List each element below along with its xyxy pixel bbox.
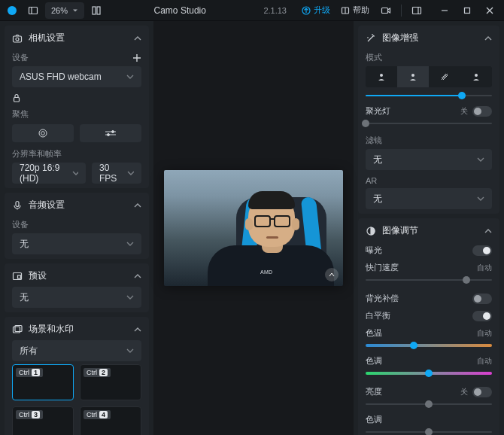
help-button[interactable]: 帮助 <box>336 3 374 17</box>
zoom-dropdown[interactable]: 26% <box>45 2 84 19</box>
resolution-label: 分辨率和帧率 <box>12 148 62 160</box>
mode-beautify[interactable] <box>429 66 460 87</box>
left-sidebar: 相机设置 设备 ASUS FHD webcam 聚焦 分辨率和帧率 720p 1… <box>0 21 153 435</box>
watermark-icon <box>325 268 339 281</box>
svg-point-24 <box>108 134 110 136</box>
add-device-button[interactable] <box>132 53 141 62</box>
brightness-label: 亮度 <box>366 386 382 397</box>
svg-point-17 <box>16 38 19 41</box>
camera-device-dropdown[interactable]: ASUS FHD webcam <box>12 66 141 87</box>
mode-segment <box>366 66 492 87</box>
camera-preview[interactable]: DX AMD <box>164 170 343 286</box>
fps-dropdown[interactable]: 30 FPS <box>92 163 141 184</box>
audio-settings-title: 音频设置 <box>29 199 65 211</box>
audio-device-dropdown[interactable]: 无 <box>12 233 141 254</box>
scene-thumb-4[interactable]: Ctrl4 <box>80 406 141 435</box>
chevron-up-icon[interactable] <box>134 35 141 42</box>
camera-settings-panel: 相机设置 设备 ASUS FHD webcam 聚焦 分辨率和帧率 720p 1… <box>5 26 149 188</box>
focus-label: 聚焦 <box>12 108 29 120</box>
filter-dropdown[interactable]: 无 <box>366 149 492 170</box>
svg-rect-13 <box>465 8 470 13</box>
svg-rect-18 <box>14 98 20 102</box>
scenes-icon <box>12 324 23 335</box>
wb-toggle[interactable] <box>472 311 492 321</box>
upgrade-button[interactable]: 升级 <box>299 3 333 17</box>
magic-icon <box>366 33 376 44</box>
image-adjust-panel: 图像调节 曝光 快门速度自动 背光补偿 白平衡 色温自动 色调自动 亮度关 色调 <box>358 218 499 435</box>
backlight-label: 背光补偿 <box>366 293 399 304</box>
scenes-panel: 场景和水印 所有 Ctrl1Ctrl2Ctrl3Ctrl4 <box>5 317 149 435</box>
right-sidebar: 图像增强 模式 聚光灯关 滤镜 无 AR 无 图像调节 曝光 快门速度自动 背光… <box>354 21 504 435</box>
svg-point-22 <box>112 131 114 133</box>
scene-thumb-2[interactable]: Ctrl2 <box>80 364 141 400</box>
columns-icon[interactable] <box>87 2 105 20</box>
preset-title: 预设 <box>29 269 47 282</box>
panel-right-toggle-icon[interactable] <box>408 2 426 20</box>
camera-settings-title: 相机设置 <box>29 32 65 44</box>
preview-area: DX AMD <box>153 21 354 435</box>
window-minimize-button[interactable] <box>433 2 456 20</box>
mode-portrait-3[interactable] <box>460 66 492 87</box>
svg-rect-2 <box>29 7 38 14</box>
app-title: Camo Studio <box>154 5 206 16</box>
tint-label: 色调 <box>366 355 382 367</box>
resolution-dropdown[interactable]: 720p 16:9 (HD) <box>12 163 86 184</box>
svg-rect-9 <box>382 8 388 13</box>
autofocus-button[interactable] <box>12 124 74 142</box>
wb-label: 白平衡 <box>366 310 390 321</box>
temp-label: 色温 <box>366 327 382 339</box>
image-enhance-panel: 图像增强 模式 聚光灯关 滤镜 无 AR 无 <box>358 26 499 214</box>
preset-dropdown[interactable]: 无 <box>12 287 141 308</box>
sidebar-toggle-icon[interactable] <box>24 2 42 20</box>
audio-device-label: 设备 <box>12 219 29 230</box>
preset-icon <box>12 271 23 281</box>
scene-thumb-3[interactable]: Ctrl3 <box>12 406 74 435</box>
spotlight-label: 聚光灯 <box>366 105 390 117</box>
chevron-up-icon[interactable] <box>134 326 141 333</box>
lock-icon[interactable] <box>12 93 21 102</box>
filter-label: 滤镜 <box>366 135 382 146</box>
window-maximize-button[interactable] <box>456 2 478 20</box>
manual-focus-button[interactable] <box>80 124 141 142</box>
temp-slider[interactable] <box>366 340 492 351</box>
tint-slider[interactable] <box>366 368 492 379</box>
scene-thumb-1[interactable]: Ctrl1 <box>12 364 74 400</box>
spotlight-slider[interactable] <box>366 118 492 129</box>
titlebar: 26% Camo Studio 2.1.13 升级 帮助 <box>0 0 504 21</box>
brightness-slider[interactable] <box>366 399 492 409</box>
adjust-icon <box>366 226 376 236</box>
ar-dropdown[interactable]: 无 <box>366 188 492 209</box>
shutter-label: 快门速度 <box>366 262 399 273</box>
image-enhance-title: 图像增强 <box>382 32 418 44</box>
chevron-up-icon[interactable] <box>134 202 141 209</box>
brightness-toggle[interactable] <box>472 387 492 397</box>
scenes-title: 场景和水印 <box>29 323 74 336</box>
chevron-up-icon[interactable] <box>484 227 492 235</box>
device-label: 设备 <box>12 52 29 63</box>
svg-point-20 <box>41 132 45 135</box>
svg-point-30 <box>380 74 383 77</box>
hue-slider[interactable] <box>366 427 492 435</box>
audio-settings-panel: 音频设置 设备 无 <box>5 193 149 259</box>
chevron-up-icon[interactable] <box>484 35 492 42</box>
exposure-toggle[interactable] <box>472 245 492 256</box>
shutter-slider[interactable] <box>366 275 492 285</box>
chevron-up-icon[interactable] <box>134 272 141 280</box>
mic-icon <box>12 200 23 211</box>
image-adjust-title: 图像调节 <box>382 224 418 237</box>
svg-rect-5 <box>97 7 100 14</box>
exposure-label: 曝光 <box>366 245 382 256</box>
svg-rect-27 <box>18 275 21 278</box>
mode-portrait-2[interactable] <box>397 66 429 87</box>
mode-portrait-1[interactable] <box>366 66 397 87</box>
scenes-filter-dropdown[interactable]: 所有 <box>12 340 141 361</box>
zoom-value: 26% <box>51 6 68 15</box>
backlight-toggle[interactable] <box>472 294 492 304</box>
camera-icon <box>12 33 23 44</box>
spotlight-toggle[interactable] <box>472 106 492 117</box>
window-close-button[interactable] <box>478 2 501 20</box>
svg-point-19 <box>39 129 47 137</box>
camera-output-icon[interactable] <box>377 2 395 20</box>
svg-point-1 <box>11 9 14 12</box>
mode-slider[interactable] <box>366 90 492 101</box>
